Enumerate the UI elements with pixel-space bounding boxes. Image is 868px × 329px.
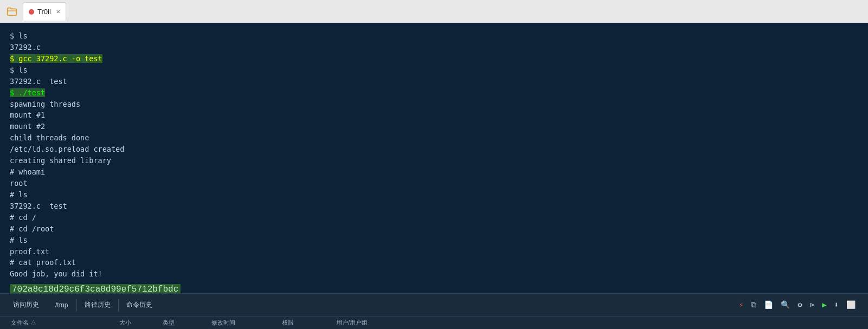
col-size[interactable]: 大小: [114, 319, 157, 327]
line-ls1: $ ls 37292.c: [10, 31, 41, 51]
line-run: $ ./test: [10, 88, 45, 97]
play-icon[interactable]: ▶: [820, 299, 828, 311]
col-modified[interactable]: 修改时间: [206, 319, 277, 327]
copy-icon[interactable]: ⧉: [749, 300, 758, 311]
window-icon[interactable]: ⬜: [845, 299, 857, 311]
settings-icon[interactable]: ⚙: [796, 299, 803, 311]
current-path: /tmp: [47, 301, 76, 309]
new-file-icon[interactable]: 📄: [762, 299, 775, 311]
tab-close-button[interactable]: ✕: [56, 8, 60, 16]
tab-dot: [29, 9, 34, 15]
bookmark-icon[interactable]: ⊳: [808, 299, 816, 311]
route-history-button[interactable]: 路径历史: [77, 294, 118, 316]
terminal-area[interactable]: $ ls 37292.c $ gcc 37292.c -o test $ ls …: [0, 23, 868, 293]
tab-troll[interactable]: Tr0ll ✕: [23, 2, 66, 21]
tab-label: Tr0ll: [37, 8, 51, 16]
col-filename[interactable]: 文件名 △: [5, 319, 114, 327]
line-output: spawning threads mount #1 mount #2 child…: [10, 100, 124, 279]
file-browser-header: 文件名 △ 大小 类型 修改时间 权限 用户/用户组: [0, 316, 868, 329]
folder-icon[interactable]: [4, 4, 20, 19]
lightning-icon[interactable]: ⚡: [737, 299, 745, 311]
visit-history-button[interactable]: 访问历史: [5, 294, 47, 316]
status-bar: 访问历史 /tmp 路径历史 命令历史 ⚡ ⧉ 📄 🔍 ⚙ ⊳ ▶ ⬇ ⬜: [0, 293, 868, 316]
hash-value: 702a8c18d29c6f3ca0d99ef5712bfbdc: [10, 284, 181, 293]
terminal-output: $ ls 37292.c $ gcc 37292.c -o test $ ls …: [10, 30, 858, 280]
title-bar: Tr0ll ✕: [0, 0, 868, 23]
col-type[interactable]: 类型: [157, 319, 206, 327]
col-perms[interactable]: 权限: [277, 319, 331, 327]
line-ls2: $ ls 37292.c test: [10, 66, 67, 86]
command-history-button[interactable]: 命令历史: [119, 294, 160, 316]
search-icon[interactable]: 🔍: [779, 299, 792, 311]
line-gcc: $ gcc 37292.c -o test: [10, 54, 102, 63]
toolbar-icons: ⚡ ⧉ 📄 🔍 ⚙ ⊳ ▶ ⬇ ⬜: [737, 299, 863, 311]
download-icon[interactable]: ⬇: [833, 299, 840, 311]
col-owner[interactable]: 用户/用户组: [331, 319, 396, 327]
